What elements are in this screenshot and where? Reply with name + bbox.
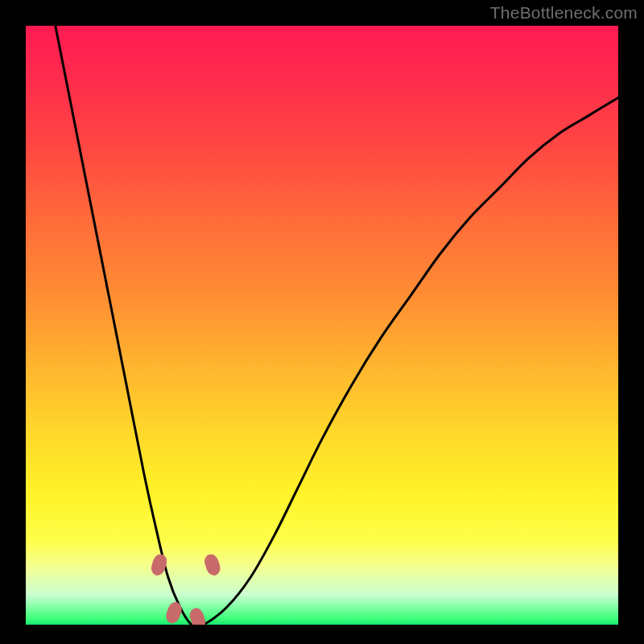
- plot-area: [26, 26, 618, 625]
- bottleneck-curve: [56, 26, 618, 625]
- curve-marker: [164, 601, 183, 625]
- watermark-text: TheBottleneck.com: [490, 3, 638, 23]
- curve-marker: [150, 553, 168, 577]
- outer-frame: TheBottleneck.com: [0, 0, 644, 644]
- chart-svg: [26, 26, 618, 625]
- curve-marker: [203, 553, 221, 577]
- curve-marker: [188, 607, 207, 625]
